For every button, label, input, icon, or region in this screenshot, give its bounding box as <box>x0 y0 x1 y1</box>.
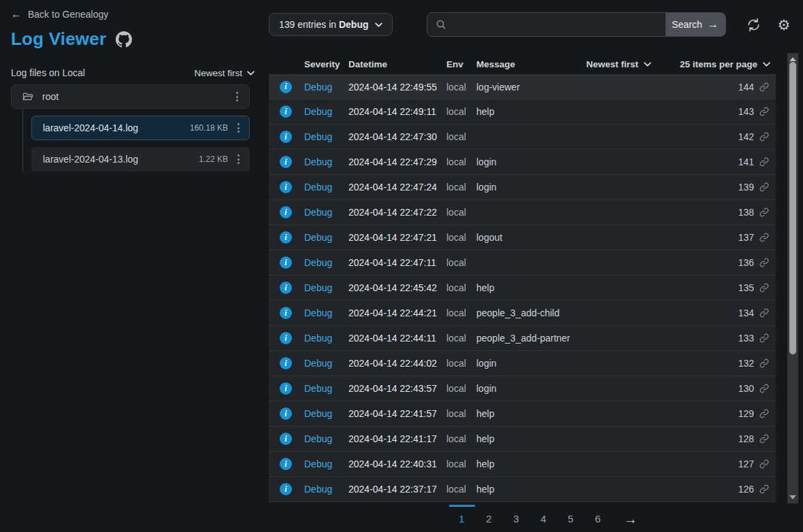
pagination-page-button[interactable]: 6 <box>585 505 611 529</box>
link-icon[interactable] <box>759 484 769 494</box>
severity-link[interactable]: Debug <box>304 106 348 117</box>
file-menu-button[interactable] <box>235 120 242 135</box>
scrollbar-thumb[interactable] <box>789 62 796 354</box>
file-item[interactable]: laravel-2024-04-13.log 1.22 KB <box>31 147 250 171</box>
table-header: Severity Datetime Env Message Newest fir… <box>269 54 776 74</box>
table-row[interactable]: i Debug 2024-04-14 22:47:30 local 142 <box>269 124 776 150</box>
severity-link[interactable]: Debug <box>304 358 348 369</box>
severity-link[interactable]: Debug <box>304 131 348 142</box>
entries-filter-dropdown[interactable]: 139 entries in Debug <box>269 13 393 36</box>
table-row[interactable]: i Debug 2024-04-14 22:47:29 local login … <box>269 150 776 175</box>
file-item[interactable]: laravel-2024-04-14.log 160.18 KB <box>31 116 250 140</box>
table-row[interactable]: i Debug 2024-04-14 22:43:57 local login … <box>269 376 776 401</box>
link-icon[interactable] <box>759 233 769 242</box>
severity-link[interactable]: Debug <box>304 207 348 218</box>
severity-link[interactable]: Debug <box>304 232 348 243</box>
severity-link[interactable]: Debug <box>304 82 348 93</box>
settings-button[interactable]: ⚙ <box>778 18 791 32</box>
pagination-page-button[interactable]: 5 <box>558 505 584 529</box>
table-row[interactable]: i Debug 2024-04-14 22:47:24 local login … <box>269 175 776 200</box>
pagination-page-button[interactable]: 3 <box>504 505 529 529</box>
table-row[interactable]: i Debug 2024-04-14 22:49:55 local log-vi… <box>269 74 776 99</box>
refresh-button[interactable] <box>747 18 761 32</box>
pagination-page-button[interactable]: 2 <box>476 505 502 529</box>
link-icon[interactable] <box>759 258 769 267</box>
back-link[interactable]: ← Back to Genealogy <box>11 9 108 20</box>
table-row[interactable]: i Debug 2024-04-14 22:41:57 local help 1… <box>269 401 776 427</box>
link-icon[interactable] <box>759 82 769 92</box>
github-icon[interactable] <box>116 31 132 48</box>
table-row[interactable]: i Debug 2024-04-14 22:41:17 local help 1… <box>269 427 776 452</box>
folder-menu-button[interactable] <box>233 89 241 104</box>
link-icon[interactable] <box>759 409 769 418</box>
sidebar: ← Back to Genealogy Log Viewer Log files… <box>0 0 265 532</box>
row-datetime: 2024-04-14 22:44:11 <box>348 333 446 344</box>
table-row[interactable]: i Debug 2024-04-14 22:45:42 local help 1… <box>269 276 776 301</box>
info-icon: i <box>280 307 292 319</box>
pagination-page-button[interactable]: 4 <box>531 505 557 529</box>
info-icon: i <box>280 357 292 369</box>
row-datetime: 2024-04-14 22:41:17 <box>348 433 446 444</box>
severity-link[interactable]: Debug <box>304 282 348 293</box>
row-datetime: 2024-04-14 22:47:11 <box>348 257 446 268</box>
link-icon[interactable] <box>759 333 769 343</box>
row-env: local <box>446 131 476 142</box>
per-page-dropdown[interactable]: 25 items per page <box>680 59 770 69</box>
files-sort-dropdown[interactable]: Newest first <box>194 68 255 78</box>
info-icon: i <box>280 256 292 269</box>
file-menu-button[interactable] <box>235 152 242 167</box>
severity-link[interactable]: Debug <box>304 182 348 193</box>
folder-item-root[interactable]: root <box>11 84 250 109</box>
main-panel: 139 entries in Debug Search → ⚙ <box>269 0 787 532</box>
link-icon[interactable] <box>759 157 769 167</box>
severity-link[interactable]: Debug <box>304 408 348 419</box>
search-button[interactable]: Search → <box>666 13 725 36</box>
severity-link[interactable]: Debug <box>304 383 348 394</box>
row-datetime: 2024-04-14 22:44:02 <box>348 358 446 369</box>
info-icon: i <box>280 382 292 395</box>
link-icon[interactable] <box>759 359 769 368</box>
link-icon[interactable] <box>759 283 769 293</box>
vertical-scrollbar[interactable] <box>787 53 798 503</box>
table-row[interactable]: i Debug 2024-04-14 22:49:11 local help 1… <box>269 99 776 124</box>
row-message: login <box>476 156 738 167</box>
severity-link[interactable]: Debug <box>304 433 348 444</box>
row-message: help <box>476 282 738 293</box>
severity-link[interactable]: Debug <box>304 257 348 268</box>
severity-link[interactable]: Debug <box>304 307 348 318</box>
table-row[interactable]: i Debug 2024-04-14 22:47:11 local 136 <box>269 250 776 276</box>
row-datetime: 2024-04-14 22:41:57 <box>348 408 446 419</box>
severity-link[interactable]: Debug <box>304 484 348 495</box>
search-input[interactable] <box>446 13 666 36</box>
link-icon[interactable] <box>759 384 769 393</box>
file-size: 160.18 KB <box>190 123 228 133</box>
file-list: laravel-2024-04-14.log 160.18 KB laravel… <box>22 109 250 171</box>
severity-link[interactable]: Debug <box>304 459 348 469</box>
column-header-datetime: Datetime <box>348 59 446 69</box>
pagination-pages: 1 2 3 4 5 6 <box>448 505 612 529</box>
link-icon[interactable] <box>759 434 769 444</box>
scrollbar-down-arrow-icon[interactable] <box>787 493 798 502</box>
table-row[interactable]: i Debug 2024-04-14 22:37:17 local help 1… <box>269 477 776 502</box>
table-row[interactable]: i Debug 2024-04-14 22:40:31 local help 1… <box>269 452 776 477</box>
link-icon[interactable] <box>759 107 769 116</box>
pagination-next-button[interactable]: → <box>624 506 638 527</box>
row-index: 130 <box>738 383 754 394</box>
link-icon[interactable] <box>759 207 769 217</box>
row-datetime: 2024-04-14 22:47:29 <box>348 156 446 167</box>
severity-link[interactable]: Debug <box>304 156 348 167</box>
info-icon: i <box>280 131 292 143</box>
table-row[interactable]: i Debug 2024-04-14 22:47:22 local 138 <box>269 200 776 225</box>
link-icon[interactable] <box>759 308 769 318</box>
table-row[interactable]: i Debug 2024-04-14 22:47:21 local logout… <box>269 225 776 250</box>
link-icon[interactable] <box>759 459 769 469</box>
table-sort-dropdown[interactable]: Newest first <box>586 59 651 69</box>
severity-link[interactable]: Debug <box>304 333 348 344</box>
link-icon[interactable] <box>759 182 769 192</box>
info-icon: i <box>280 206 292 218</box>
table-row[interactable]: i Debug 2024-04-14 22:44:11 local people… <box>269 326 776 351</box>
table-row[interactable]: i Debug 2024-04-14 22:44:02 local login … <box>269 351 776 376</box>
link-icon[interactable] <box>759 132 769 142</box>
pagination-page-button[interactable]: 1 <box>449 505 475 529</box>
table-row[interactable]: i Debug 2024-04-14 22:44:21 local people… <box>269 301 776 326</box>
